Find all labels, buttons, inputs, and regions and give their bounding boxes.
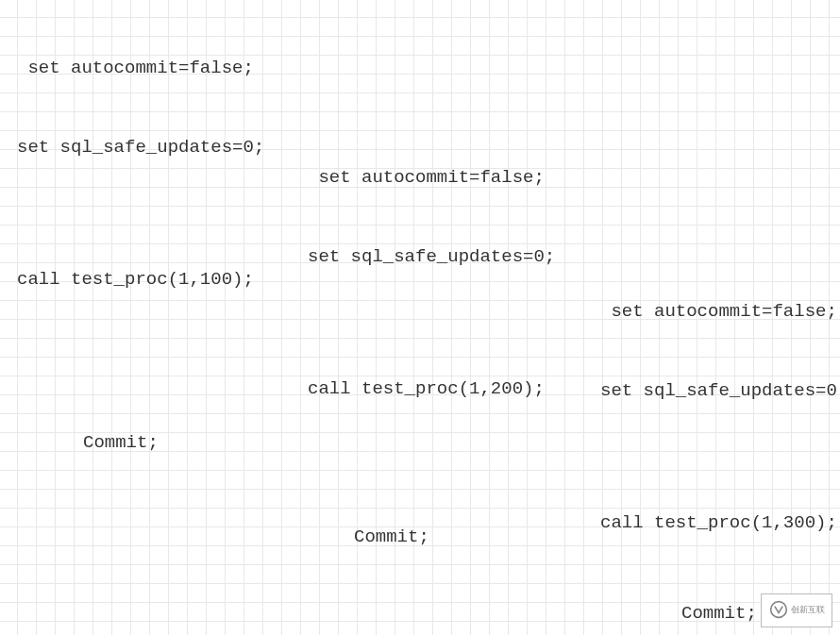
commit-statement-1: Commit;: [83, 429, 159, 456]
sql-line: call test_proc(1,300);: [600, 510, 840, 536]
commit-statement-3: Commit;: [681, 600, 757, 627]
commit-statement-2: Commit;: [354, 524, 429, 550]
svg-point-0: [770, 602, 786, 618]
sql-line: set autocommit=false;: [308, 164, 555, 191]
sql-line: set autocommit=false;: [17, 55, 264, 81]
sql-line: set sql_safe_updates=0;: [17, 134, 264, 160]
sql-line: set autocommit=false;: [600, 298, 840, 325]
logo-brand-text: 创新互联: [791, 606, 825, 615]
sql-block-session-1: set autocommit=false; set sql_safe_updat…: [17, 2, 264, 319]
sql-line: set sql_safe_updates=0;: [600, 377, 840, 404]
sql-block-session-3: set autocommit=false; set sql_safe_updat…: [600, 245, 840, 562]
watermark-logo: 创新互联: [761, 593, 832, 627]
sql-block-session-2: set autocommit=false; set sql_safe_updat…: [308, 111, 555, 428]
logo-icon: [769, 600, 788, 621]
sql-line: set sql_safe_updates=0;: [308, 243, 555, 270]
sql-line: call test_proc(1,200);: [308, 376, 555, 402]
sql-line: call test_proc(1,100);: [17, 266, 264, 292]
